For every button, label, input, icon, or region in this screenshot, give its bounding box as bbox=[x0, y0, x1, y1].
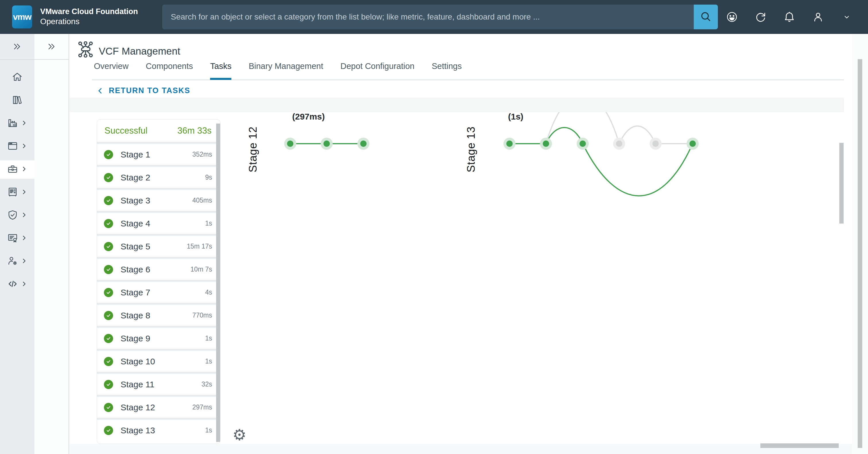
refresh-icon[interactable] bbox=[754, 10, 768, 24]
tab-tasks[interactable]: Tasks bbox=[210, 61, 231, 80]
stage-row[interactable]: Stage 3 405ms bbox=[97, 190, 220, 211]
chevron-left-icon bbox=[97, 87, 104, 94]
sidebar-item-shield-check[interactable] bbox=[0, 204, 34, 227]
primary-sidebar bbox=[0, 34, 34, 454]
sidebar-item-form[interactable] bbox=[0, 181, 34, 204]
user-icon[interactable] bbox=[811, 10, 825, 24]
top-bar: vmw VMware Cloud Foundation Operations bbox=[0, 0, 868, 34]
row-divider bbox=[97, 211, 220, 213]
tab-overview[interactable]: Overview bbox=[94, 61, 129, 80]
sidebar-expand-button[interactable] bbox=[0, 34, 34, 60]
secondary-sidebar bbox=[34, 34, 69, 454]
stage-name: Stage 12 bbox=[121, 403, 192, 412]
stage-name: Stage 7 bbox=[121, 288, 205, 297]
chevron-right-icon bbox=[21, 166, 28, 174]
stage13-task-node-success[interactable] bbox=[580, 141, 586, 147]
sidebar-item-factory[interactable] bbox=[0, 112, 34, 135]
stage-list-panel: Successful 36m 33s Stage 1 352ms Stage 2… bbox=[97, 119, 220, 444]
stage13-task-node-pending[interactable] bbox=[616, 141, 622, 147]
tab-settings[interactable]: Settings bbox=[432, 61, 462, 80]
stage-row[interactable]: Stage 4 1s bbox=[97, 213, 220, 234]
page-horizontal-scrollbar-track[interactable] bbox=[69, 444, 852, 454]
stage-row[interactable]: Stage 13 1s bbox=[97, 420, 220, 441]
stage12-task-node-success[interactable] bbox=[360, 141, 367, 147]
stage-duration: 770ms bbox=[192, 311, 212, 319]
home-icon bbox=[11, 71, 23, 84]
sidebar-item-home[interactable] bbox=[0, 66, 34, 89]
row-divider bbox=[97, 188, 220, 190]
sidebar-item-library[interactable] bbox=[0, 89, 34, 112]
success-check-icon bbox=[104, 196, 113, 205]
stage-row[interactable]: Stage 5 15m 17s bbox=[97, 236, 220, 257]
stage13-task-node-pending[interactable] bbox=[652, 141, 659, 147]
search-button[interactable] bbox=[694, 5, 718, 29]
product-line2: Operations bbox=[40, 17, 138, 26]
success-check-icon bbox=[104, 265, 113, 274]
success-check-icon bbox=[104, 173, 113, 182]
stage13-task-node-success[interactable] bbox=[543, 141, 549, 147]
stage-duration: 352ms bbox=[192, 150, 212, 158]
stage-row[interactable]: Stage 2 9s bbox=[97, 167, 220, 188]
bell-icon[interactable] bbox=[782, 10, 796, 24]
stage-flow-diagram: (297ms) (1s) bbox=[244, 98, 732, 236]
face-icon[interactable] bbox=[725, 10, 739, 24]
stage-name: Stage 1 bbox=[121, 150, 192, 160]
stage-name: Stage 13 bbox=[121, 426, 205, 435]
status-label: Successful bbox=[104, 125, 148, 136]
factory-icon bbox=[7, 117, 19, 130]
vmware-logo[interactable]: vmw bbox=[12, 5, 32, 28]
stage-row[interactable]: Stage 11 32s bbox=[97, 374, 220, 395]
success-check-icon bbox=[104, 403, 113, 412]
stage-row[interactable]: Stage 8 770ms bbox=[97, 305, 220, 326]
product-name: VMware Cloud Foundation Operations bbox=[40, 6, 138, 26]
success-check-icon bbox=[104, 242, 113, 251]
stage-duration: 405ms bbox=[192, 197, 212, 204]
sidebar-item-user-settings[interactable] bbox=[0, 250, 34, 273]
page-vertical-scrollbar-track[interactable] bbox=[852, 34, 868, 454]
tab-binary-management[interactable]: Binary Management bbox=[249, 61, 323, 80]
stage12-task-node-success[interactable] bbox=[287, 141, 293, 147]
tab-components[interactable]: Components bbox=[146, 61, 193, 80]
stage-row[interactable]: Stage 1 352ms bbox=[97, 144, 220, 165]
chevron-down-icon[interactable] bbox=[840, 10, 854, 24]
stage-name: Stage 3 bbox=[121, 196, 192, 205]
stage-list-scrollbar-thumb[interactable] bbox=[216, 123, 220, 442]
stage13-task-node-success[interactable] bbox=[689, 141, 696, 147]
stage12-task-node-success[interactable] bbox=[323, 141, 330, 147]
stage-row[interactable]: Stage 9 1s bbox=[97, 328, 220, 349]
stage-name: Stage 9 bbox=[121, 334, 205, 343]
stage-row[interactable]: Stage 6 10m 7s bbox=[97, 259, 220, 280]
chevron-right-icon bbox=[21, 280, 28, 288]
tab-depot-configuration[interactable]: Depot Configuration bbox=[340, 61, 414, 80]
stage-duration: 1s bbox=[205, 358, 212, 365]
stage-row[interactable]: Stage 12 297ms bbox=[97, 397, 220, 418]
stage-list-header: Successful 36m 33s bbox=[97, 119, 220, 142]
success-check-icon bbox=[104, 357, 113, 366]
stage12-vertical-label: Stage 12 bbox=[247, 114, 260, 185]
sidebar-item-window[interactable] bbox=[0, 135, 34, 158]
success-check-icon bbox=[104, 426, 113, 435]
stage13-duration-label: (1s) bbox=[508, 112, 523, 121]
chevron-right-icon bbox=[21, 257, 28, 265]
page-title: VCF Management bbox=[99, 46, 180, 57]
page-horizontal-scrollbar-thumb[interactable] bbox=[761, 443, 839, 448]
sidebar-item-code[interactable] bbox=[0, 273, 34, 296]
secondary-sidebar-expand-button[interactable] bbox=[34, 34, 69, 60]
user-settings-icon bbox=[7, 255, 19, 268]
stage-row[interactable]: Stage 10 1s bbox=[97, 351, 220, 372]
content-vertical-scrollbar-thumb[interactable] bbox=[839, 143, 844, 224]
product-line1: VMware Cloud Foundation bbox=[40, 6, 138, 17]
stage-name: Stage 8 bbox=[121, 311, 192, 320]
stage-duration: 1s bbox=[205, 335, 212, 342]
search-icon bbox=[700, 10, 712, 24]
search-input[interactable] bbox=[162, 5, 694, 29]
stage-row[interactable]: Stage 7 4s bbox=[97, 282, 220, 303]
return-to-tasks-link[interactable]: RETURN TO TASKS bbox=[97, 86, 190, 95]
settings-gear-icon[interactable]: ⚙ bbox=[232, 427, 246, 443]
chevron-right-icon bbox=[21, 234, 28, 243]
sidebar-item-toolbox[interactable] bbox=[0, 160, 34, 179]
stage13-task-node-success[interactable] bbox=[506, 141, 513, 147]
row-divider bbox=[97, 165, 220, 167]
sidebar-item-certificate[interactable] bbox=[0, 227, 34, 250]
page-vertical-scrollbar-thumb[interactable] bbox=[858, 59, 862, 448]
